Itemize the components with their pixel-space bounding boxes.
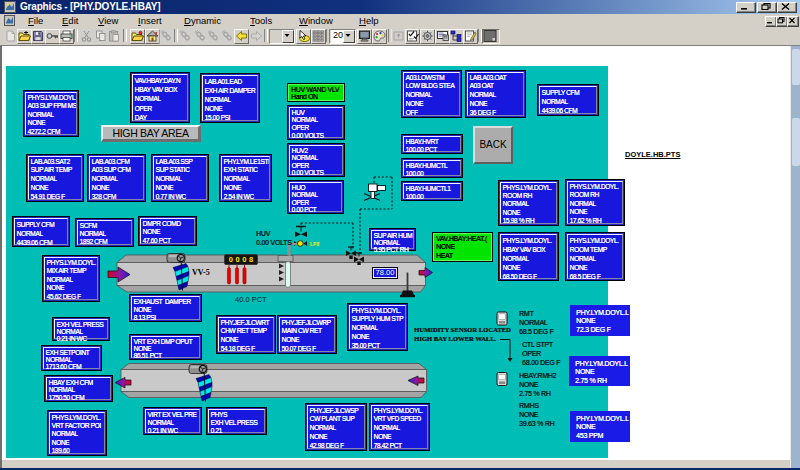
point-box-vrt-factor[interactable]: PHYS.LYM.DOYL.VRT FACTOR POINORMALNONE18… <box>47 410 107 456</box>
point-box-doyll-temp[interactable]: PHY.LYM.DOYL.LNONE72.3 DEG F <box>570 305 630 336</box>
point-box-line: PHY.JEF.JLCWRP <box>282 319 335 328</box>
point-box-lab-a03-sat2[interactable]: LAB.A03.SAT2SUP AIR TEMPNORMALNONE54.91 … <box>26 154 84 202</box>
menu-window[interactable]: Window <box>299 14 333 27</box>
point-box-room-rh-1[interactable]: PHYS.LYM.DOYL.ROOM RHNORMALNONE15.98 % R… <box>498 180 559 226</box>
menu-tools[interactable]: Tools <box>250 14 272 27</box>
point-box-line: NONE <box>52 439 105 447</box>
point-box-huo[interactable]: HUONORMALOPER0.00 PCT <box>287 180 344 214</box>
point-box-phys-exh-vel[interactable]: PHYSEXH VEL PRESS0.21 <box>206 407 267 435</box>
toolbar-key-icon[interactable] <box>45 29 60 44</box>
toolbar-select-cursor-icon[interactable] <box>296 29 311 44</box>
point-box-huv-wand-vlv[interactable]: HUV WAND VLVHand ON <box>287 83 345 102</box>
toolbar-open-graphic-icon[interactable] <box>130 29 145 44</box>
point-box-exhaust-damper[interactable]: EXHAUST DAMPERNONE8.13 PSI <box>129 294 202 322</box>
point-box-mix-air-temp[interactable]: PHYS.LYM.DOYL.MIX AIR TEMPNORMALNONE45.6… <box>42 255 100 302</box>
point-box-lab-a03-ssp[interactable]: LAB.A03.SSPSUP STATICNORMALNONE0.77 IN W… <box>151 154 209 202</box>
toolbar-open-folder-icon[interactable] <box>17 29 32 44</box>
point-box-line: 4272.2 CFM <box>28 128 77 137</box>
point-box-hbay-vav-box[interactable]: PHYS.LYM.DOYL.HBAY VAV BOXNORMALNONE68.5… <box>498 232 559 281</box>
toolbar-back-arrow-icon[interactable] <box>234 29 249 44</box>
point-box-vav-hbay-heat[interactable]: VAV.HBAY:HEAT.(NONEHEAT <box>432 232 493 262</box>
menu-help[interactable]: Help <box>359 14 379 27</box>
point-box-jlcwrp[interactable]: PHY.JEF.JLCWRPMAIN CW RETNONE50.07 DEG F <box>277 315 337 354</box>
point-box-line: NORMAL <box>503 200 557 208</box>
toolbar-monitor-icon[interactable] <box>435 29 450 44</box>
point-box-line: PHYS.LYM.DOYL. <box>52 414 105 422</box>
point-box-lab-a03-cfm[interactable]: LAB.A03.CFMA03 SUP CFMNORMALNONE328 CFM <box>87 154 146 202</box>
point-box-line: NONE <box>374 433 428 442</box>
point-box-a03-lowstm[interactable]: A03.LOWSTMLOW BLDG STEANORMALNONEOFF <box>401 70 462 118</box>
point-box-hbay-hvrt[interactable]: HBAY.HVRT100.00 PCT <box>401 134 463 154</box>
toolbar-zoom-combo[interactable]: 20 <box>329 29 356 44</box>
point-box-hbay-humctl[interactable]: HBAY.HUMCTL100.00 <box>401 158 463 178</box>
point-box-exh-setpoint[interactable]: EXH SETPOINTNORMAL1713.60 CFM <box>41 345 102 371</box>
mdi-close-button[interactable] <box>787 16 799 27</box>
point-box-vrt-vfd-speed[interactable]: PHYS.LYM.DOYL.VRT VFD SPEEDNORMALNONE78.… <box>369 403 430 451</box>
point-box-doyll-ppm[interactable]: PHY.LYM.DOYL.LNONE453 PPM <box>570 411 630 442</box>
point-box-sup-fpm[interactable]: PHYS.LYM.DOYL.A03 SUP FPM MSINORMALNONE4… <box>23 90 79 137</box>
point-box-huv2[interactable]: HUV2NORMALOPER0.00 VOLTS <box>287 143 345 177</box>
point-box-lab-a01-ead[interactable]: LAB.A01.EADEXH AIR DAMPERNORMALNONE15.00… <box>200 73 260 123</box>
menu-insert[interactable]: Insert <box>138 14 162 27</box>
point-box-line: EXHAUST DAMPER <box>134 298 200 306</box>
point-box-supply-cfm-left[interactable]: SUPPLY CFMNORMAL4439.06 CFM <box>12 216 70 247</box>
toolbar-checklist-icon[interactable] <box>405 29 420 44</box>
point-box-room-temp[interactable]: PHYS.LYM.DOYL.ROOM TEMPNORMALNONE68.5 DE… <box>565 232 625 281</box>
point-box-doyll-rh[interactable]: PHY.LYM.DOYL.LNONE2.75 % RH <box>569 356 630 386</box>
room-humidity-sensor-icon <box>497 372 507 385</box>
point-box-supply-hum-stp[interactable]: PHYS.LYM.DOYL.SUPPLY HUM STPNORMALNONE35… <box>347 303 408 351</box>
point-box-vrt-exh-dmp[interactable]: VRT EXH DMP OPUTNONE86.51 PCT <box>129 334 202 360</box>
menu-edit[interactable]: Edit <box>62 14 78 27</box>
points-page-reference[interactable]: DOYLE.HB.PTS <box>625 150 680 159</box>
point-box-lab-a03-oat[interactable]: LAB.A03.OATA03 OATNORMALNONE36 DEG F <box>465 70 526 118</box>
point-box-line: LAB.A03.SSP <box>156 158 207 167</box>
duct-setpoint-box[interactable]: 78.00 <box>372 267 398 279</box>
toolbar-link-icon <box>206 29 221 44</box>
restore-button[interactable] <box>757 2 777 13</box>
combo-dropdown-arrow[interactable] <box>282 30 294 43</box>
minimize-button[interactable] <box>736 2 756 13</box>
point-box-hbay-exh-cfm[interactable]: HBAY EXH CFMNORMAL1750.50 CFM <box>44 375 113 402</box>
point-box-scfm[interactable]: SCFMNORMAL1892 CFM <box>75 218 134 247</box>
point-box-vav-day[interactable]: VAV.HBAY:DAY.NHBAY VAV BOXNORMALOPERDAY <box>130 72 190 123</box>
point-box-line: 2.54 IN WC <box>224 193 270 202</box>
point-box-room-rh-2[interactable]: PHYS.LYM.DOYL.ROOM RHNORMALNONE17.62 % R… <box>565 179 625 226</box>
back-button[interactable]: BACK <box>473 126 513 164</box>
scrollbar-segment <box>792 49 800 85</box>
combo-dropdown-arrow[interactable] <box>343 30 355 43</box>
point-box-sup-air-hum[interactable]: SUP AIR HUMNORMAL5.95 PCT RH <box>369 228 416 251</box>
point-box-virt-ex-vel[interactable]: VIRT EX VEL PRENORMAL0.21 IN WC <box>143 407 202 435</box>
point-box-exh-vel-press[interactable]: EXH VEL PRESSNORMAL0.21 IN WC <box>52 317 110 341</box>
toolbar-tree-view-icon[interactable] <box>449 29 464 44</box>
document-icon[interactable] <box>4 15 15 26</box>
point-box-hbay-humctl1[interactable]: HBAY.HUMCTL1100.00 <box>401 181 463 201</box>
toolbar-palette-icon[interactable] <box>372 29 387 44</box>
point-box-jlcwsp[interactable]: PHY.JEF.JLCWSPCW PLANT SUPNORMALNONE42.9… <box>305 403 367 451</box>
point-box-line: DMPR COMD <box>143 220 195 229</box>
toolbar-home-icon[interactable] <box>145 29 160 44</box>
point-box-line: 15.00 PSI <box>205 113 258 122</box>
point-box-le1stp[interactable]: PHY.LYM.LE1STPEXH STATICNORMALNONE2.54 I… <box>219 154 272 202</box>
toolbar-edit-sheet-icon[interactable] <box>463 29 478 44</box>
menu-file[interactable]: File <box>28 14 43 27</box>
toolbar-panel-toggle-icon[interactable] <box>482 29 500 44</box>
point-box-line: ROOM RH <box>503 192 557 200</box>
point-box-line: NORMAL <box>80 230 132 238</box>
point-box-jlcwrt[interactable]: PHY.JEF.JLCWRTCHW RET TEMPNONE54.18 DEG … <box>216 315 276 354</box>
menu-dynamic[interactable]: Dynamic <box>184 14 221 27</box>
toolbar-grid-icon[interactable] <box>311 29 326 44</box>
point-box-dmpr-comd[interactable]: DMPR COMDNONE47.60 PCT <box>138 216 197 246</box>
close-button[interactable] <box>777 2 797 13</box>
toolbar-gear-icon[interactable] <box>420 29 435 44</box>
point-box-line: 78.42 PCT <box>374 442 428 451</box>
toolbar-save-icon[interactable] <box>31 29 46 44</box>
toolbar-style-combo[interactable] <box>269 29 295 44</box>
toolbar-print-icon[interactable] <box>59 29 74 44</box>
menu-view[interactable]: View <box>98 14 118 27</box>
point-box-huv[interactable]: HUVNORMALOPER0.00 VOLTS <box>287 105 345 140</box>
point-box-supply-cfm-right[interactable]: SUPPLY CFMNORMAL4439.06 CFM <box>537 84 599 116</box>
title-bar: Graphics - [PHY.DOYLE.HBAY] <box>0 0 800 14</box>
toolbar-display-icon[interactable] <box>357 29 372 44</box>
point-box-line: SUPPLY CFM <box>17 220 68 229</box>
point-box-line: NORMAL <box>570 200 623 209</box>
